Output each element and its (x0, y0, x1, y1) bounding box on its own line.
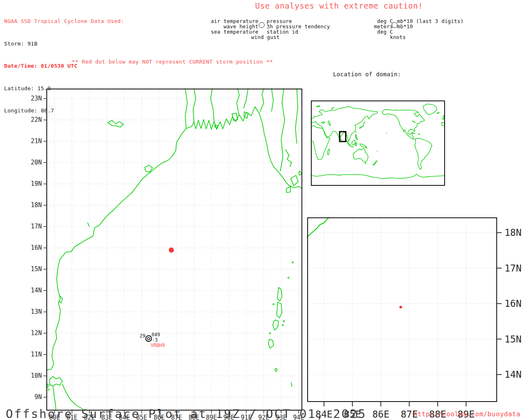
lat-tick-label: 21N (31, 137, 42, 145)
units-wind-gust-label: knots (369, 34, 427, 40)
main-map-svg: 80E81E82E83E84E85E86E87E88E89E90E91E92E9… (25, 89, 328, 420)
buoy-plot-page: NOAA SSD Tropical Cyclone Data Used: Sto… (0, 0, 525, 420)
lat-tick-label: 9N (34, 393, 42, 401)
lat-tick-label: 17N (31, 223, 42, 230)
domain-inset-title: Location of domain: (333, 71, 401, 78)
station-model-circle-icon (259, 22, 265, 28)
station-pressure: 049 (151, 332, 160, 338)
lat-tick-label: 12N (31, 329, 42, 337)
plot-title: Offshore Surface Plot at 19Z / OCT 01, 2… (6, 407, 367, 420)
station-id: VRBH9 (151, 342, 165, 348)
storm-position-warning: ** Red dot below may NOT represent CURRE… (72, 59, 273, 65)
zoom-lat-tick-label: 17N (504, 263, 522, 274)
domain-inset-svg (311, 100, 445, 186)
station-air-temperature: 29 (140, 333, 146, 339)
zoom-lat-tick-label: 14N (504, 369, 522, 380)
lat-tick-label: 16N (31, 244, 42, 251)
zoom-inset-map: 84E85E86E87E88E89E18N17N16N15N14N (307, 202, 525, 420)
lat-tick-label: 13N (31, 308, 42, 315)
lat-tick-label: 15N (31, 265, 42, 273)
lat-tick-label: 14N (31, 287, 42, 294)
zoom-storm-position-dot (399, 306, 402, 309)
legend-wind-gust-label: wind gust (228, 34, 302, 40)
station-pressure-tendency: -3 (152, 337, 158, 343)
lat-tick-label: 19N (31, 180, 42, 187)
zoom-inset-svg: 84E85E86E87E88E89E18N17N16N15N14N (307, 217, 525, 420)
lat-tick-label: 23N (31, 95, 42, 102)
main-map: 80E81E82E83E84E85E86E87E88E89E90E91E92E9… (25, 73, 328, 420)
tc-storm-line: Storm: 91B (4, 41, 124, 48)
lat-tick-label: 18N (31, 201, 42, 209)
storm-position-dot (169, 247, 174, 253)
caution-title: Use analyses with extreme caution! (255, 1, 423, 10)
zoom-lat-tick-label: 15N (504, 334, 522, 345)
zoom-lat-tick-label: 18N (504, 227, 522, 238)
lat-tick-label: 11N (31, 351, 42, 358)
domain-inset-map (311, 85, 445, 201)
lat-tick-label: 10N (31, 372, 42, 379)
lat-tick-label: 20N (31, 159, 42, 166)
zoom-lon-tick-label: 86E (372, 409, 390, 420)
station-plot: 29049-3VRBH9 (140, 332, 165, 348)
zoom-lat-tick-label: 16N (504, 298, 522, 309)
tc-source-line: NOAA SSD Tropical Cyclone Data Used: (4, 18, 124, 25)
units-circle-icon (392, 22, 397, 28)
lat-tick-label: 22N (31, 116, 42, 123)
units-tendency-label: mb*10 (397, 23, 413, 30)
source-url: http://coolwx.com/buoydata (413, 410, 520, 418)
